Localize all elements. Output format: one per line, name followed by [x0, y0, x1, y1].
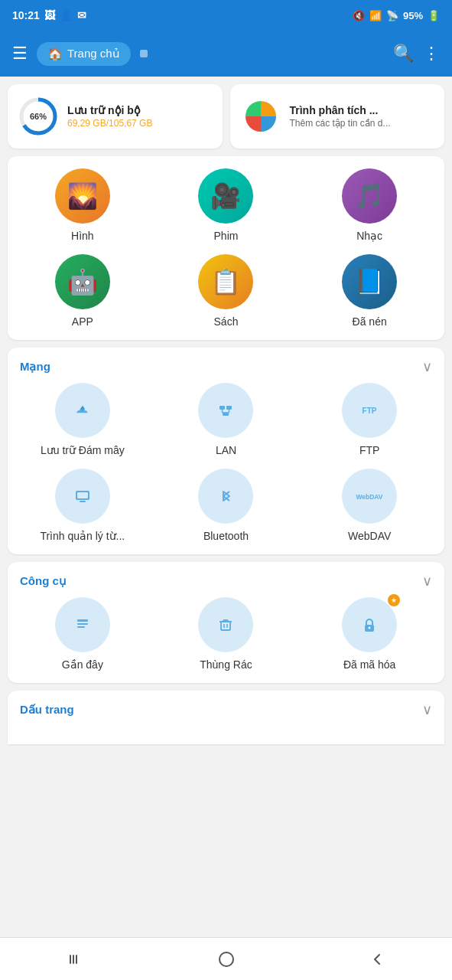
svg-point-18: [212, 482, 239, 510]
lan-icon: [198, 383, 253, 438]
cloud-label: Lưu trữ Đám mây: [41, 444, 125, 456]
svg-rect-24: [77, 626, 85, 628]
svg-rect-17: [80, 501, 86, 502]
wifi-icon: 📶: [369, 10, 382, 21]
remote-icon: [55, 469, 110, 524]
analyzer-desc: Thêm các tập tin cần d...: [290, 118, 391, 129]
svg-point-5: [212, 397, 239, 424]
grid-item-bluetooth[interactable]: Bluetooth: [158, 469, 295, 542]
app-label: APP: [72, 315, 93, 328]
svg-text:FTP: FTP: [363, 407, 377, 415]
grid-item-encrypted[interactable]: ★ Đã mã hóa: [301, 597, 438, 671]
files-grid: 🌄 Hình 🎥 Phim 🎵 Nhạc 🤖 APP 📋 Sách 📘: [14, 168, 438, 328]
network-grid: Lưu trữ Đám mây LAN: [14, 383, 438, 542]
network-section: Mạng ∨ Lưu trữ Đám mây: [8, 348, 444, 554]
battery-icon: 🔋: [428, 10, 440, 21]
bookmark-section-title: Dấu trang: [20, 703, 74, 717]
grid-item-nen[interactable]: 📘 Đã nén: [301, 254, 438, 328]
bluetooth-icon: [198, 469, 253, 524]
tools-chevron-icon[interactable]: ∨: [422, 573, 432, 590]
svg-text:WebDAV: WebDAV: [356, 493, 383, 501]
storage-title: Lưu trữ nội bộ: [67, 104, 152, 116]
webdav-icon: WebDAV: [342, 469, 397, 524]
grid-item-webdav[interactable]: WebDAV WebDAV: [301, 469, 438, 542]
analyzer-pie-chart: [241, 96, 281, 136]
grid-item-trash[interactable]: Thùng Rác: [158, 597, 295, 671]
main-content: 66% Lưu trữ nội bộ 69,29 GB/105,67 GB Tr…: [0, 77, 452, 752]
cloud-icon: [55, 383, 110, 438]
nav-menu-button[interactable]: [53, 944, 99, 975]
bookmark-section: Dấu trang ∨: [8, 691, 444, 744]
bookmark-section-header: Dấu trang ∨: [14, 691, 438, 726]
tools-grid: Gần đây Thùng Rác: [14, 597, 438, 671]
grid-item-app[interactable]: 🤖 APP: [14, 254, 151, 328]
nen-icon: 📘: [342, 254, 397, 309]
grid-item-lan[interactable]: LAN: [158, 383, 295, 456]
search-button[interactable]: 🔍: [393, 44, 414, 64]
svg-rect-37: [73, 955, 74, 964]
battery-display: 95%: [403, 10, 423, 21]
network-section-title: Mạng: [20, 360, 50, 374]
nav-home-button[interactable]: [203, 944, 249, 975]
bottom-navigation: [0, 937, 452, 980]
svg-rect-16: [77, 492, 88, 498]
storage-row: 66% Lưu trữ nội bộ 69,29 GB/105,67 GB Tr…: [8, 84, 444, 149]
analyzer-title: Trình phân tích ...: [290, 104, 391, 116]
storage-info: Lưu trữ nội bộ 69,29 GB/105,67 GB: [67, 104, 152, 129]
internal-storage-card[interactable]: 66% Lưu trữ nội bộ 69,29 GB/105,67 GB: [8, 84, 223, 149]
ftp-label: FTP: [359, 444, 379, 456]
home-label: Trang chủ: [67, 47, 120, 60]
trash-label: Thùng Rác: [200, 658, 252, 671]
webdav-label: WebDAV: [348, 530, 391, 542]
nhac-label: Nhạc: [356, 230, 382, 242]
svg-point-35: [369, 627, 371, 629]
bookmark-chevron-icon[interactable]: ∨: [422, 701, 432, 718]
svg-rect-38: [76, 955, 77, 964]
page-indicator: [140, 50, 148, 57]
analyzer-info: Trình phân tích ... Thêm các tập tin cần…: [290, 104, 391, 129]
nav-back-button[interactable]: [354, 944, 400, 975]
grid-item-recent[interactable]: Gần đây: [14, 597, 151, 671]
home-icon: 🏠: [47, 47, 63, 61]
bluetooth-label: Bluetooth: [203, 530, 249, 542]
recent-icon: [55, 597, 110, 652]
analyzer-card[interactable]: Trình phân tích ... Thêm các tập tin cần…: [230, 84, 445, 149]
ftp-icon: FTP: [342, 383, 397, 438]
time-display: 10:21: [12, 9, 40, 21]
grid-item-cloud[interactable]: Lưu trữ Đám mây: [14, 383, 151, 456]
phim-label: Phim: [214, 230, 239, 242]
grid-item-nhac[interactable]: 🎵 Nhạc: [301, 168, 438, 242]
svg-text:66%: 66%: [30, 112, 47, 121]
svg-point-39: [219, 952, 233, 966]
encrypted-label: Đã mã hóa: [343, 658, 395, 671]
recent-label: Gần đây: [62, 658, 103, 671]
status-bar: 10:21 🖼 👤 ✉ 🔇 📶 📡 95% 🔋: [0, 0, 452, 31]
grid-item-sach[interactable]: 📋 Sách: [158, 254, 295, 328]
nen-label: Đã nén: [353, 315, 387, 328]
sach-icon: 📋: [198, 254, 253, 309]
network-chevron-icon[interactable]: ∨: [422, 358, 432, 375]
status-right: 🔇 📶 📡 95% 🔋: [353, 10, 440, 21]
svg-rect-7: [226, 406, 232, 410]
tools-section: Công cụ ∨ Gần đây: [8, 562, 444, 683]
home-button[interactable]: 🏠 Trang chủ: [37, 42, 131, 66]
tools-section-header: Công cụ ∨: [14, 562, 438, 597]
storage-used: 69,29 GB/105,67 GB: [67, 118, 152, 129]
svg-point-25: [212, 611, 239, 639]
signal-icon: 📡: [386, 10, 398, 21]
menu-icon[interactable]: ☰: [12, 44, 28, 64]
grid-item-hinh[interactable]: 🌄 Hình: [14, 168, 151, 242]
trash-icon: [198, 597, 253, 652]
more-options-button[interactable]: ⋮: [423, 44, 440, 64]
remote-label: Trình quản lý từ...: [40, 530, 125, 542]
user-icon: 👤: [60, 9, 73, 21]
tools-section-title: Công cụ: [20, 574, 67, 588]
svg-rect-6: [219, 406, 225, 410]
grid-item-phim[interactable]: 🎥 Phim: [158, 168, 295, 242]
svg-rect-23: [77, 623, 88, 625]
svg-rect-36: [70, 955, 71, 964]
lan-label: LAN: [216, 444, 236, 456]
sach-label: Sách: [214, 315, 239, 328]
grid-item-ftp[interactable]: FTP FTP: [301, 383, 438, 456]
grid-item-remote[interactable]: Trình quản lý từ...: [14, 469, 151, 542]
